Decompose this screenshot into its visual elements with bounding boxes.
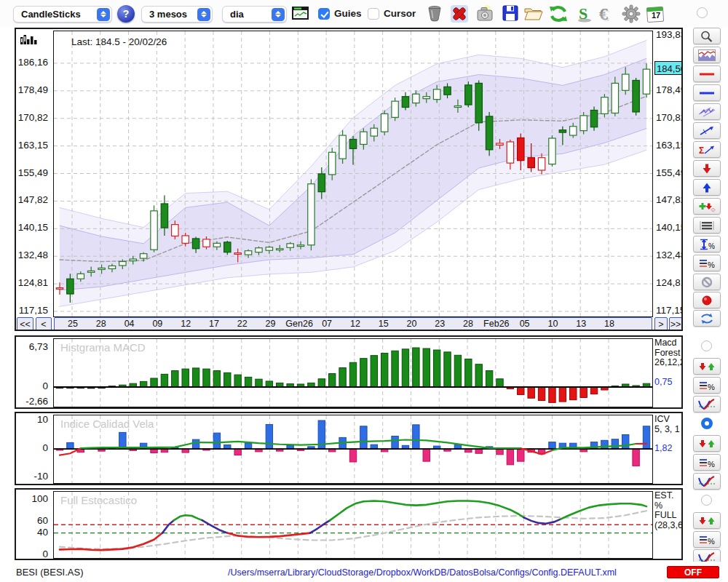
stochastic-panel: 10060400 Full Estocastico EST. % FULL (2… bbox=[15, 488, 683, 560]
icv-wave-button[interactable] bbox=[693, 473, 721, 490]
period-select[interactable]: 3 mesos bbox=[141, 6, 213, 23]
stochastic-panel-radio[interactable] bbox=[701, 495, 712, 506]
levels-percent-icon: % bbox=[698, 534, 716, 546]
blue-hline-tool-button[interactable] bbox=[693, 84, 721, 101]
chart-type-select[interactable]: CandleSticks bbox=[13, 6, 112, 23]
levels-percent-tool-button[interactable]: % bbox=[693, 255, 721, 271]
calendar-icon: 17 bbox=[646, 4, 665, 23]
chart-window-button[interactable] bbox=[290, 4, 310, 24]
cursor-checkbox[interactable] bbox=[368, 8, 379, 20]
red-line-icon bbox=[698, 68, 716, 80]
guies-checkbox[interactable] bbox=[318, 8, 330, 20]
trash-icon bbox=[426, 4, 443, 22]
sync-pair-tool-button[interactable] bbox=[693, 310, 721, 327]
date-axis[interactable]: 2528040912172229Gen26071215202328Feb2605… bbox=[54, 317, 652, 331]
axis-tick-label: 04 bbox=[116, 319, 143, 329]
scroll-far-right-button[interactable]: >> bbox=[669, 317, 682, 331]
candlestick-plot[interactable]: Last: 184.5 - 20/02/26 bbox=[53, 31, 653, 317]
arrow-down-marker-button[interactable] bbox=[693, 160, 721, 177]
macd-info-line: 26,12,26 bbox=[654, 358, 683, 368]
calendar-button[interactable]: 17 bbox=[645, 4, 665, 24]
axis-tick-label: 147,82 bbox=[16, 194, 52, 206]
vertical-percent-tool-button[interactable]: % bbox=[693, 236, 721, 252]
axis-tick-label: 186,16 bbox=[16, 57, 52, 68]
config-path-link[interactable]: /Users/mserra/Library/CloudStorage/Dropb… bbox=[182, 567, 662, 578]
channel-icon bbox=[698, 106, 716, 118]
icv-percent-button[interactable]: % bbox=[693, 454, 721, 471]
icv-plot[interactable]: Indice Calidad Vela bbox=[53, 415, 653, 484]
add-signal-icon bbox=[698, 201, 716, 212]
indicators-tool-button[interactable] bbox=[693, 47, 721, 63]
up-down-arrows-icon bbox=[698, 361, 716, 372]
stochastic-percent-button[interactable]: % bbox=[693, 531, 721, 548]
zoom-tool-button[interactable] bbox=[693, 28, 721, 44]
svg-text:%: % bbox=[708, 536, 715, 545]
candlestick-canvas bbox=[54, 31, 652, 316]
scroll-left-button[interactable]: < bbox=[36, 317, 52, 331]
axis-tick-label: 178,49 bbox=[654, 84, 683, 96]
camera-icon bbox=[475, 4, 494, 23]
euro-icon: € € bbox=[597, 4, 617, 23]
axis-tick-label: 20 bbox=[398, 319, 424, 329]
trendline-tool-button[interactable] bbox=[693, 122, 721, 139]
icv-panel-radio[interactable] bbox=[701, 418, 713, 429]
interval-value: dia bbox=[230, 9, 244, 20]
icv-arrows-button[interactable] bbox=[693, 435, 721, 452]
axis-tick-label: 147,82 bbox=[654, 194, 683, 206]
macd-wave-button[interactable] bbox=[693, 396, 721, 412]
sync-button[interactable]: S bbox=[574, 4, 593, 24]
symbol-label: BESI (BESI.AS) bbox=[16, 567, 83, 578]
sigma-trendline-tool-button[interactable]: Σ bbox=[693, 141, 721, 158]
delete-x-icon bbox=[450, 4, 469, 23]
icv-info-line: ICV bbox=[654, 415, 683, 425]
icv-value: 1,82 bbox=[654, 444, 683, 454]
snapshot-button[interactable] bbox=[475, 4, 494, 24]
gear-icon bbox=[622, 4, 641, 23]
scroll-right-button[interactable]: > bbox=[654, 317, 668, 331]
macd-arrows-button[interactable] bbox=[693, 358, 721, 375]
axis-tick-label: 155,49 bbox=[654, 167, 683, 179]
record-dot-icon bbox=[698, 295, 716, 306]
axis-tick-label: 07 bbox=[314, 319, 340, 329]
icv-info-line: 5, 3, 1 bbox=[654, 425, 683, 435]
current-price-tag: 184,50 bbox=[654, 61, 683, 75]
macd-panel: 6,730-2,66 Histgrama MACD Macd Forest 26… bbox=[15, 335, 683, 409]
trash-button[interactable] bbox=[424, 4, 444, 24]
refresh-button[interactable] bbox=[548, 4, 568, 24]
channel-tool-button[interactable] bbox=[693, 103, 721, 120]
red-hline-tool-button[interactable] bbox=[693, 65, 721, 82]
axis-tick-label: 117,15 bbox=[16, 305, 52, 316]
stochastic-arrows-button[interactable] bbox=[693, 512, 721, 529]
period-value: 3 mesos bbox=[149, 9, 187, 20]
help-button[interactable]: ? bbox=[117, 5, 135, 23]
axis-tick-label: 28 bbox=[455, 319, 481, 329]
axis-tick-label: 100 bbox=[16, 493, 52, 505]
macd-plot[interactable]: Histgrama MACD bbox=[53, 338, 653, 407]
macd-percent-button[interactable]: % bbox=[693, 377, 721, 394]
off-toggle-button[interactable]: OFF bbox=[667, 566, 719, 578]
save-button[interactable] bbox=[500, 4, 520, 24]
select-stepper-icon bbox=[272, 8, 285, 21]
open-button[interactable] bbox=[523, 4, 543, 24]
record-tool-button[interactable] bbox=[693, 292, 721, 308]
stochastic-info-line: (28,3,6) bbox=[654, 521, 683, 531]
add-markers-button[interactable] bbox=[693, 198, 721, 215]
arrow-up-marker-button[interactable] bbox=[693, 179, 721, 196]
axis-tick-label: 0 bbox=[16, 380, 52, 392]
blue-line-icon bbox=[698, 87, 716, 99]
axis-tick-label: 12 bbox=[342, 319, 368, 329]
svg-text:%: % bbox=[708, 459, 715, 468]
list-tool-button[interactable] bbox=[693, 217, 721, 234]
delete-button[interactable] bbox=[449, 4, 469, 24]
levels-percent-icon: % bbox=[698, 380, 716, 391]
tool-sidebar: Σ % bbox=[688, 0, 728, 582]
interval-select[interactable]: dia bbox=[222, 6, 287, 23]
axis-tick-label: 170,82 bbox=[16, 112, 52, 124]
forbid-tool-button[interactable] bbox=[693, 274, 721, 290]
stochastic-plot[interactable]: Full Estocastico bbox=[53, 491, 653, 559]
wave-curves-icon bbox=[698, 399, 716, 410]
macd-panel-radio[interactable] bbox=[701, 340, 712, 351]
scroll-far-left-button[interactable]: << bbox=[17, 317, 33, 331]
currency-button[interactable]: € € bbox=[597, 4, 617, 24]
settings-button[interactable] bbox=[621, 4, 641, 24]
